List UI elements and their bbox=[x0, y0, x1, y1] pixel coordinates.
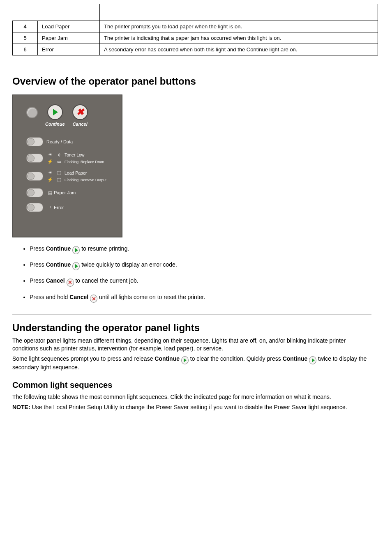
panel-cancel-button: ✖ Cancel bbox=[72, 104, 88, 127]
cancel-icon: ✕ bbox=[67, 279, 74, 286]
panel-ready-label: Ready / Data bbox=[46, 139, 73, 144]
operator-panel-illustration: Continue ✖ Cancel Ready / Data ☀◊Toner L… bbox=[12, 94, 122, 237]
cell-blank bbox=[38, 4, 100, 21]
list-item: Press Continue to resume printing. bbox=[30, 245, 376, 253]
flash-icon: ⚡ bbox=[46, 159, 54, 164]
section-para: The operator panel lights mean different… bbox=[12, 337, 371, 352]
continue-icon bbox=[309, 356, 316, 364]
panel-toner-low-label: Toner Low bbox=[65, 152, 84, 157]
table-row: 4 Load Paper The printer prompts you to … bbox=[13, 21, 378, 32]
table-row: 5 Paper Jam The printer is indicating th… bbox=[13, 32, 378, 44]
divider bbox=[12, 314, 371, 315]
sun-icon: ☀ bbox=[46, 170, 54, 175]
sun-icon: ☀ bbox=[46, 152, 54, 157]
panel-replace-drum-label: Flashing: Replace Drum bbox=[65, 160, 104, 164]
note-label: NOTE: bbox=[12, 404, 32, 410]
panel-cancel-label: Cancel bbox=[73, 122, 88, 127]
li-text-bold: Continue bbox=[46, 245, 71, 252]
panel-continue-label: Continue bbox=[45, 122, 65, 127]
continue-icon bbox=[72, 246, 80, 253]
led-pill-icon bbox=[26, 154, 43, 163]
cell-desc: A secondary error has occurred when both… bbox=[100, 44, 378, 55]
subsection-heading: Common light sequences bbox=[12, 380, 376, 390]
cell-blank bbox=[13, 4, 38, 21]
li-text-pre: Press and hold bbox=[30, 294, 69, 300]
subsection-caption: The following table shows the most commo… bbox=[12, 393, 371, 401]
list-item: Press Cancel ✕ to cancel the current job… bbox=[30, 277, 376, 286]
continue-icon bbox=[181, 356, 189, 364]
panel-paper-jam-label: Paper Jam bbox=[54, 190, 76, 195]
cancel-icon: ✕ bbox=[90, 295, 97, 302]
cell-number: 6 bbox=[13, 44, 38, 55]
li-text-bold: Cancel bbox=[46, 277, 65, 284]
light-definitions-table: 4 Load Paper The printer prompts you to … bbox=[12, 4, 378, 55]
section-para: Some light sequences prompt you to press… bbox=[12, 355, 371, 371]
play-icon bbox=[53, 109, 58, 115]
led-pill-icon bbox=[26, 137, 43, 146]
cell-number: 5 bbox=[13, 32, 38, 44]
section-heading-lights: Understanding the operator panel lights bbox=[12, 322, 376, 334]
cell-number: 4 bbox=[13, 21, 38, 32]
cell-desc: The printer prompts you to load paper wh… bbox=[100, 21, 378, 32]
para-bold: Continue bbox=[154, 355, 180, 362]
para-text: to clear the condition. Quickly press bbox=[190, 355, 283, 362]
output-icon: ⬚ bbox=[55, 177, 63, 182]
para-text: Some light sequences prompt you to press… bbox=[12, 355, 154, 362]
x-icon: ✖ bbox=[76, 108, 84, 117]
note-text: Use the Local Printer Setup Utility to c… bbox=[32, 404, 347, 410]
divider bbox=[12, 68, 371, 68]
cell-name: Paper Jam bbox=[38, 32, 100, 44]
tray-icon: ⬚ bbox=[55, 170, 63, 175]
li-text-bold: Continue bbox=[46, 261, 71, 268]
li-text-post: to resume printing. bbox=[81, 245, 129, 252]
panel-error-label: Error bbox=[54, 205, 64, 210]
led-pill-icon bbox=[26, 203, 43, 212]
paper-jam-icon: ▤ bbox=[46, 190, 54, 196]
li-text-post: until all lights come on to reset the pr… bbox=[99, 294, 205, 300]
button-instructions-list: Press Continue to resume printing. Press… bbox=[30, 245, 376, 302]
para-bold: Continue bbox=[283, 355, 308, 362]
led-pill-icon bbox=[26, 188, 43, 197]
cell-name: Load Paper bbox=[38, 21, 100, 32]
panel-continue-button: Continue bbox=[45, 104, 65, 127]
li-text-bold: Cancel bbox=[69, 294, 88, 300]
li-text-pre: Press bbox=[30, 277, 46, 284]
li-text-pre: Press bbox=[30, 245, 46, 252]
li-text-post: twice quickly to display an error code. bbox=[81, 261, 177, 268]
panel-remove-output-label: Flashing: Remove Output bbox=[65, 178, 106, 182]
cell-blank bbox=[100, 4, 378, 21]
cell-name: Error bbox=[38, 44, 100, 55]
panel-load-paper-label: Load Paper bbox=[65, 170, 87, 175]
flash-icon: ⚡ bbox=[46, 177, 54, 182]
table-row: 6 Error A secondary error has occurred w… bbox=[13, 44, 378, 55]
error-icon: ! bbox=[46, 205, 54, 210]
note-para: NOTE: Use the Local Printer Setup Utilit… bbox=[12, 403, 371, 411]
drum-icon: ▭ bbox=[55, 159, 63, 164]
led-indicator-icon bbox=[26, 107, 38, 118]
section-heading-buttons: Overview of the operator panel buttons bbox=[12, 76, 376, 87]
cell-desc: The printer is indicating that a paper j… bbox=[100, 32, 378, 44]
list-item: Press Continue twice quickly to display … bbox=[30, 261, 376, 269]
continue-icon bbox=[72, 262, 80, 269]
li-text-pre: Press bbox=[30, 261, 46, 268]
led-pill-icon bbox=[26, 172, 43, 181]
li-text-post: to cancel the current job. bbox=[75, 277, 138, 284]
list-item: Press and hold Cancel ✕ until all lights… bbox=[30, 293, 376, 302]
drop-icon: ◊ bbox=[55, 152, 63, 157]
